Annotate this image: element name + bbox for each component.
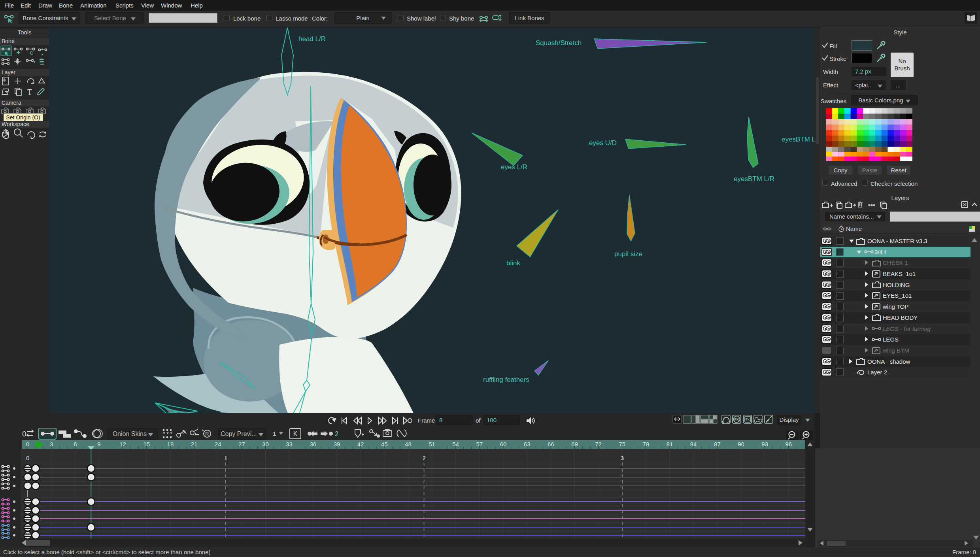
svg-text:3: 3 [621, 455, 624, 461]
svg-text:C: C [30, 51, 33, 55]
svg-text:pupil size: pupil size [614, 250, 642, 258]
svg-text:0: 0 [26, 455, 29, 461]
svg-text:Squash/Stretch: Squash/Stretch [536, 39, 582, 47]
svg-text:ruffling feathers: ruffling feathers [483, 376, 529, 383]
svg-text:eyes L/R: eyes L/R [501, 163, 527, 171]
svg-text:blink: blink [506, 259, 520, 267]
svg-text:eyes U/D: eyes U/D [589, 139, 617, 147]
svg-text:head L/R: head L/R [298, 35, 326, 43]
svg-text:T: T [27, 88, 32, 96]
svg-text:2: 2 [423, 455, 426, 461]
svg-text:1: 1 [224, 455, 227, 461]
svg-text:eyesBTM L/R: eyesBTM L/R [734, 175, 774, 183]
svg-text:eyesBTM L: eyesBTM L [782, 136, 814, 143]
